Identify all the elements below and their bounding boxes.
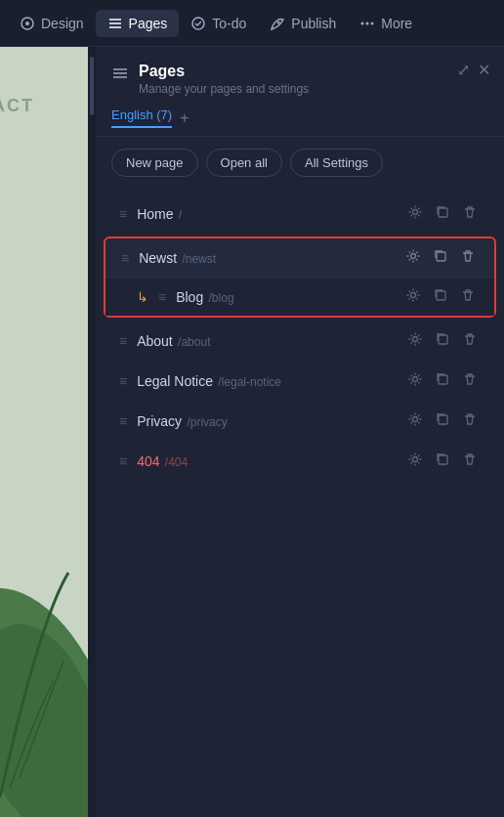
open-all-button[interactable]: Open all — [206, 149, 282, 177]
page-slug-about: /about — [175, 335, 211, 349]
nav-item-pages[interactable]: Pages — [96, 10, 180, 37]
page-name-privacy: Privacy /privacy — [137, 413, 404, 429]
duplicate-icon-blog[interactable] — [430, 287, 451, 306]
scrollbar-thumb — [90, 57, 94, 115]
duplicate-icon-about[interactable] — [432, 331, 453, 350]
nav-label-more: More — [381, 16, 412, 31]
add-language-button[interactable]: + — [180, 110, 189, 126]
svg-point-15 — [413, 210, 418, 215]
drag-handle-blog: ≡ — [158, 289, 166, 305]
settings-icon-newst[interactable] — [402, 248, 424, 267]
delete-icon-blog[interactable] — [457, 287, 479, 306]
nav-item-more[interactable]: More — [348, 10, 424, 37]
page-row-home[interactable]: ≡ Home / — [104, 194, 496, 233]
action-buttons: New page Open all All Settings — [96, 137, 504, 189]
page-actions-home — [404, 204, 481, 223]
svg-point-17 — [411, 254, 416, 259]
new-page-button[interactable]: New page — [111, 149, 198, 177]
svg-point-6 — [277, 21, 280, 23]
drag-handle-404: ≡ — [119, 453, 127, 469]
page-slug-privacy: /privacy — [184, 415, 228, 429]
svg-point-8 — [366, 22, 369, 24]
page-slug-newst: /newst — [179, 252, 216, 266]
nav-item-todo[interactable]: To-do — [179, 10, 258, 37]
leaf-decoration — [0, 426, 88, 817]
svg-rect-24 — [439, 375, 447, 384]
todo-icon — [190, 16, 206, 31]
nav-label-design: Design — [41, 16, 84, 31]
svg-point-19 — [411, 293, 416, 298]
delete-icon-about[interactable] — [459, 331, 481, 350]
duplicate-icon-privacy[interactable] — [432, 411, 453, 430]
page-name-blog: Blog /blog — [176, 289, 402, 305]
svg-rect-20 — [437, 291, 445, 300]
panel-subtitle: Manage your pages and settings — [139, 82, 309, 96]
delete-icon-privacy[interactable] — [459, 411, 481, 430]
drag-handle-home: ≡ — [119, 206, 127, 222]
settings-icon-home[interactable] — [404, 204, 426, 223]
delete-icon-404[interactable] — [459, 452, 481, 470]
svg-rect-16 — [439, 208, 447, 217]
page-actions-legal-notice — [404, 371, 481, 390]
nav-label-todo: To-do — [212, 16, 246, 31]
panel-header: Pages Manage your pages and settings ⤢ ✕ — [96, 47, 504, 104]
svg-rect-22 — [439, 335, 447, 344]
duplicate-icon-newst[interactable] — [430, 248, 451, 267]
topnav: Design Pages To-do Publish — [0, 0, 504, 47]
svg-point-23 — [413, 377, 418, 382]
page-row-legal-notice[interactable]: ≡ Legal Notice /legal-notice — [104, 362, 496, 400]
duplicate-icon-404[interactable] — [432, 452, 453, 470]
page-row-privacy[interactable]: ≡ Privacy /privacy — [104, 402, 496, 440]
drag-handle-newst: ≡ — [121, 250, 129, 266]
all-settings-button[interactable]: All Settings — [290, 149, 383, 177]
delete-icon-home[interactable] — [459, 204, 481, 223]
svg-point-27 — [413, 457, 418, 462]
canvas-preview: ACT — [0, 47, 88, 817]
page-row-404[interactable]: ≡ 404 /404 — [104, 442, 496, 480]
settings-icon-about[interactable] — [404, 331, 426, 350]
nav-item-design[interactable]: Design — [8, 10, 96, 37]
svg-point-9 — [371, 22, 374, 24]
panel-title: Pages — [139, 63, 309, 80]
panel-title-group: Pages Manage your pages and settings — [139, 63, 309, 96]
settings-icon-404[interactable] — [404, 452, 426, 470]
pages-panel: Pages Manage your pages and settings ⤢ ✕… — [96, 47, 504, 817]
expand-button[interactable]: ⤢ — [457, 61, 470, 79]
close-button[interactable]: ✕ — [478, 61, 490, 79]
page-row-newst[interactable]: ≡ Newst /newst — [105, 238, 494, 277]
page-group-newst: ≡ Newst /newst — [104, 236, 496, 318]
language-tab-english[interactable]: English (7) — [111, 108, 172, 128]
page-name-newst: Newst /newst — [139, 250, 402, 266]
panel-scrollbar[interactable] — [88, 47, 96, 817]
svg-point-25 — [413, 417, 418, 422]
settings-icon-privacy[interactable] — [404, 411, 426, 430]
page-list: ≡ Home / — [96, 189, 504, 817]
svg-rect-26 — [439, 415, 447, 424]
pages-icon — [107, 16, 123, 31]
delete-icon-newst[interactable] — [457, 248, 479, 267]
page-slug-home: / — [176, 208, 183, 222]
nav-label-pages: Pages — [129, 16, 168, 31]
svg-point-21 — [413, 337, 418, 342]
nav-label-publish: Publish — [291, 16, 336, 31]
panel-header-actions: ⤢ ✕ — [457, 61, 490, 79]
publish-icon — [270, 16, 285, 31]
drag-handle-about: ≡ — [119, 333, 127, 349]
page-slug-404: /404 — [162, 455, 189, 469]
drag-handle-legal-notice: ≡ — [119, 373, 127, 389]
more-icon — [359, 16, 375, 31]
page-actions-privacy — [404, 411, 481, 430]
page-row-about[interactable]: ≡ About /about — [104, 322, 496, 360]
panel-pages-icon — [111, 64, 129, 86]
page-row-blog[interactable]: ↳ ≡ Blog /blog — [105, 277, 494, 316]
duplicate-icon-home[interactable] — [432, 204, 453, 223]
page-actions-about — [404, 331, 481, 350]
settings-icon-blog[interactable] — [402, 287, 424, 306]
nav-item-publish[interactable]: Publish — [258, 10, 348, 37]
svg-rect-18 — [437, 252, 445, 261]
delete-icon-legal-notice[interactable] — [459, 371, 481, 390]
canvas-text: ACT — [0, 96, 34, 116]
settings-icon-legal-notice[interactable] — [404, 371, 426, 390]
language-tab-row: English (7) + — [96, 104, 504, 137]
duplicate-icon-legal-notice[interactable] — [432, 371, 453, 390]
